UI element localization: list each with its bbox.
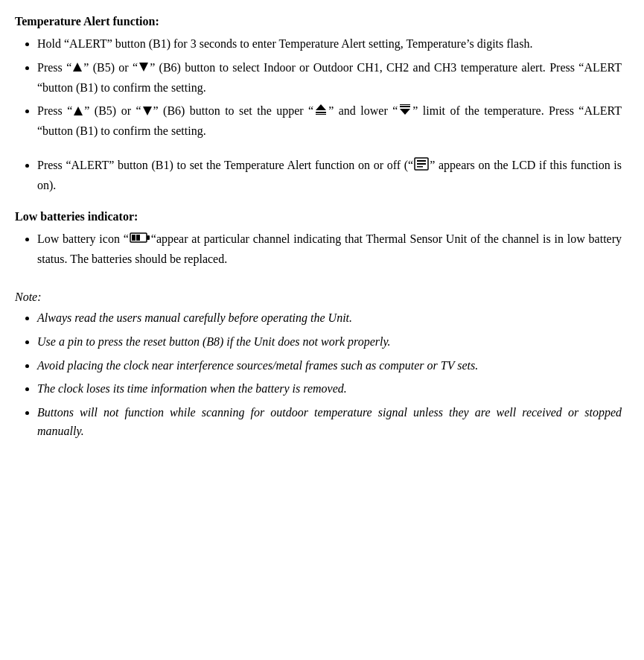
low-battery-title: Low batteries indicator: bbox=[15, 210, 622, 223]
lower-limit-icon bbox=[398, 103, 412, 122]
note-section: Note: Always read the users manual caref… bbox=[15, 291, 622, 441]
svg-rect-11 bbox=[417, 160, 426, 162]
svg-rect-8 bbox=[400, 106, 410, 107]
bullet2-text-part2: ” (B5) or “ bbox=[83, 61, 138, 74]
svg-marker-4 bbox=[316, 104, 326, 110]
low-battery-section: Low batteries indicator: Low battery ico… bbox=[15, 210, 622, 269]
svg-marker-9 bbox=[400, 109, 410, 115]
page-content: Temperature Alert function: Hold “ALERT”… bbox=[15, 15, 622, 441]
temp-alert-list2: Press “ALERT” button (B1) to set the Tem… bbox=[37, 156, 622, 195]
svg-rect-16 bbox=[132, 235, 136, 241]
triangle-down-icon2 bbox=[142, 103, 153, 122]
bullet3-text-part2: ” (B5) or “ bbox=[84, 104, 141, 117]
bullet3-text-part3: ” (B6) button to set the upper “ bbox=[153, 104, 314, 117]
low-battery-list: Low battery icon “ “appear at particular… bbox=[37, 229, 622, 269]
note-list: Always read the users manual carefully b… bbox=[37, 308, 622, 441]
list-item: Buttons will not function while scanning… bbox=[37, 403, 622, 441]
svg-rect-13 bbox=[417, 166, 423, 168]
list-item: The clock loses its time information whe… bbox=[37, 379, 622, 399]
svg-rect-12 bbox=[417, 163, 426, 165]
bullet1-text: Hold “ALERT” button (B1) for 3 seconds t… bbox=[37, 37, 532, 50]
svg-marker-2 bbox=[74, 107, 83, 115]
svg-rect-17 bbox=[136, 235, 140, 241]
svg-rect-5 bbox=[316, 112, 326, 113]
temp-alert-title: Temperature Alert function: bbox=[15, 15, 622, 28]
list-item: Press “ALERT” button (B1) to set the Tem… bbox=[37, 156, 622, 195]
list-item: Press “” (B5) or “” (B6) button to selec… bbox=[37, 58, 622, 98]
svg-marker-0 bbox=[73, 63, 82, 72]
triangle-up-icon bbox=[72, 59, 83, 78]
bullet2-text-part1: Press “ bbox=[37, 61, 71, 74]
list-item: Avoid placing the clock near interferenc… bbox=[37, 356, 622, 375]
triangle-up-icon2 bbox=[73, 103, 83, 122]
bullet4-text-part1: Press “ALERT” button (B1) to set the Tem… bbox=[37, 159, 413, 171]
temp-alert-list: Hold “ALERT” button (B1) for 3 seconds t… bbox=[37, 34, 622, 141]
list-item: Always read the users manual carefully b… bbox=[37, 308, 622, 328]
bullet3-text-part1: Press “ bbox=[37, 104, 72, 117]
svg-rect-15 bbox=[147, 235, 150, 240]
list-item: Hold “ALERT” button (B1) for 3 seconds t… bbox=[37, 34, 622, 54]
svg-marker-1 bbox=[139, 63, 148, 72]
bullet5-text-part1: Low battery icon “ bbox=[37, 232, 129, 245]
temp-alert-section: Temperature Alert function: Hold “ALERT”… bbox=[15, 15, 622, 195]
svg-rect-6 bbox=[316, 114, 326, 115]
battery-icon bbox=[130, 230, 150, 250]
svg-marker-3 bbox=[143, 107, 152, 115]
alert-icon bbox=[414, 157, 429, 177]
bullet3-text-part4: ” and lower “ bbox=[328, 104, 398, 117]
list-item: Press “” (B5) or “” (B6) button to set t… bbox=[37, 101, 622, 141]
triangle-down-icon bbox=[138, 59, 149, 78]
svg-rect-7 bbox=[400, 104, 410, 105]
upper-limit-icon bbox=[314, 103, 328, 122]
list-item: Low battery icon “ “appear at particular… bbox=[37, 229, 622, 269]
list-item: Use a pin to press the reset button (B8)… bbox=[37, 332, 622, 352]
note-title: Note: bbox=[15, 291, 622, 304]
